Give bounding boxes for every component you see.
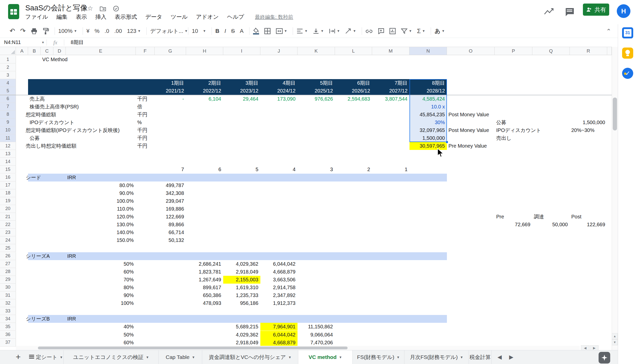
row-header-11[interactable]: 11	[0, 134, 16, 142]
column-header-M[interactable]: M	[372, 47, 410, 55]
menu-6[interactable]: データ	[145, 13, 162, 21]
zoom-select[interactable]: 100%▼	[58, 28, 77, 34]
column-header-P[interactable]: P	[495, 47, 532, 55]
cell-K37[interactable]: 7,470,206	[298, 339, 333, 347]
cell-H28[interactable]: 1,823,781	[186, 268, 221, 276]
cell-F11[interactable]: 千円	[137, 134, 147, 142]
row-header-12[interactable]: 12	[0, 142, 16, 150]
cell-I28[interactable]: 2,918,049	[223, 268, 258, 276]
cell-E19[interactable]: 100.0%	[66, 197, 134, 205]
row-header-18[interactable]: 18	[0, 189, 16, 197]
column-header-O[interactable]: O	[447, 47, 495, 55]
row-header-36[interactable]: 36	[0, 331, 16, 339]
paint-format-button[interactable]	[42, 28, 49, 34]
cell-label-r10[interactable]: 想定時価総額(IPOディスカウント反映後)	[26, 126, 120, 134]
row-header-25[interactable]: 25	[0, 244, 16, 252]
cell-N12[interactable]: 30,597,965	[410, 142, 445, 150]
cell-I30[interactable]: 1,619,310	[223, 284, 258, 291]
name-box-caret-icon[interactable]: ▼	[41, 41, 44, 44]
cell-G21[interactable]: 122,669	[155, 213, 184, 221]
cell-E20[interactable]: 110.0%	[66, 205, 134, 213]
row-header-3[interactable]: 3	[0, 71, 16, 79]
scroll-right-button[interactable]: ▶	[590, 345, 599, 350]
cell-E17[interactable]: 80.0%	[66, 181, 134, 189]
activity-trend-icon[interactable]	[543, 7, 555, 17]
row-header-34[interactable]: 34	[0, 315, 16, 323]
sheet-tab-caret-icon[interactable]: ▼	[339, 355, 342, 359]
cell-R22[interactable]: 122,669	[570, 221, 605, 229]
cell-N11[interactable]: 1,500,000	[410, 134, 445, 142]
column-header-D[interactable]: D	[53, 47, 66, 55]
italic-button[interactable]: I	[224, 28, 226, 34]
row-header-14[interactable]: 14	[0, 158, 16, 166]
vertical-scrollbar-thumb[interactable]	[613, 98, 617, 130]
cell-G6[interactable]: -	[155, 95, 184, 103]
share-button[interactable]: 共有	[583, 4, 609, 16]
column-header-I[interactable]: I	[223, 47, 260, 55]
cell-I36[interactable]: 4,029,362	[223, 331, 258, 339]
row-header-26[interactable]: 26	[0, 252, 16, 260]
avatar[interactable]: H	[617, 4, 630, 18]
tab-scroll-left-icon[interactable]: ◀	[497, 354, 502, 360]
row-header-5[interactable]: 5	[0, 87, 16, 95]
tasks-icon[interactable]: ✓	[622, 68, 633, 79]
cell-G17[interactable]: 499,787	[155, 181, 184, 189]
cell-I37[interactable]: 2,918,049	[223, 339, 258, 347]
font-size-select[interactable]: 10▼	[192, 28, 206, 34]
cell-P11[interactable]: 売出し	[496, 134, 511, 142]
cell-F9[interactable]: %	[137, 119, 142, 126]
document-title[interactable]: SaaSの会計と写像	[25, 3, 87, 13]
column-header-C[interactable]: C	[41, 47, 53, 55]
cell-H5[interactable]: 2022/12	[186, 87, 221, 95]
cell-J29[interactable]: 3,663,506	[260, 276, 295, 284]
cell-L15[interactable]: 2	[335, 166, 370, 173]
cell-N10[interactable]: 32,097,965	[410, 126, 445, 134]
sheet-tab-3[interactable]: Cap Table▼	[159, 350, 202, 364]
cell-F12[interactable]: 千円	[137, 142, 147, 150]
cell-G23[interactable]: 66,714	[155, 229, 184, 236]
row-header-27[interactable]: 27	[0, 260, 16, 268]
text-rotation-button[interactable]: ▼	[345, 28, 356, 34]
increase-decimals-button[interactable]: .00	[114, 28, 122, 34]
column-header-N[interactable]: N	[410, 47, 447, 55]
sheet-tab-2[interactable]: ユニットエコノミクスの検証▼	[64, 350, 159, 364]
menu-2[interactable]: 編集	[56, 13, 67, 21]
cell-J37[interactable]: 4,668,879	[260, 339, 295, 347]
cell-J35[interactable]: 7,964,901	[260, 323, 295, 331]
menu-3[interactable]: 表示	[76, 13, 87, 21]
cell-H30[interactable]: 899,617	[186, 284, 221, 291]
sheets-logo-icon[interactable]	[8, 4, 19, 19]
decrease-decimals-button[interactable]: .0	[105, 28, 109, 34]
row-header-22[interactable]: 22	[0, 221, 16, 229]
sheet-tab-5[interactable]: VC method▼	[298, 350, 353, 364]
move-folder-icon[interactable]	[100, 6, 106, 11]
column-header-J[interactable]: J	[260, 47, 298, 55]
selection-fill-handle[interactable]	[446, 141, 448, 143]
cell-K4[interactable]: 5期目	[298, 79, 333, 87]
row-header-15[interactable]: 15	[0, 166, 16, 173]
sheet-tab-caret-icon[interactable]: ▼	[60, 355, 63, 359]
cell-F10[interactable]: 千円	[137, 126, 147, 134]
cell-E37[interactable]: 60%	[66, 339, 134, 347]
horizontal-scrollbar-thumb[interactable]	[38, 347, 348, 349]
cell-I5[interactable]: 2023/12	[223, 87, 258, 95]
cloud-status-icon[interactable]	[113, 5, 119, 12]
calendar-icon[interactable]: 31	[622, 27, 633, 38]
cell-E35[interactable]: 40%	[66, 323, 134, 331]
cell-J6[interactable]: 173,090	[260, 95, 295, 103]
cell-M6[interactable]: 3,807,544	[372, 95, 407, 103]
cell-J31[interactable]: 2,347,892	[260, 291, 295, 299]
star-icon[interactable]: ☆	[87, 5, 93, 12]
row-header-13[interactable]: 13	[0, 150, 16, 158]
borders-button[interactable]	[264, 28, 271, 34]
spreadsheet-grid[interactable]: ABCDEFGHIJKLMNOPQR1234567891011121314151…	[0, 47, 618, 350]
column-header-R[interactable]: R	[570, 47, 607, 55]
row-header-32[interactable]: 32	[0, 299, 16, 307]
cell-R9[interactable]: 1,500,000	[570, 119, 605, 126]
cell-label-r8[interactable]: 想定時価総額	[26, 111, 56, 119]
cell-K35[interactable]: 11,150,862	[298, 323, 333, 331]
row-header-28[interactable]: 28	[0, 268, 16, 276]
row-header-8[interactable]: 8	[0, 111, 16, 119]
cell-E26[interactable]: IRR	[67, 252, 76, 260]
cell-G20[interactable]: 169,886	[155, 205, 184, 213]
